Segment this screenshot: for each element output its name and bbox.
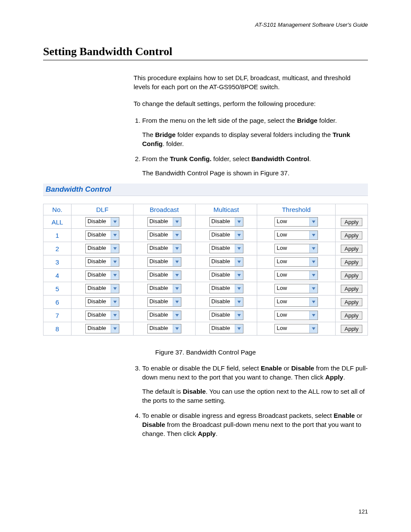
apply-button[interactable]: Apply — [341, 298, 363, 306]
svg-marker-30 — [237, 314, 241, 317]
apply-button[interactable]: Apply — [341, 285, 363, 293]
dropdown[interactable]: Low — [274, 230, 318, 240]
cell-threshold: Low — [257, 215, 336, 229]
cell-broadcast: Disable — [133, 215, 195, 229]
cell-apply: Apply — [336, 255, 368, 269]
panel-title: Bandwidth Control — [43, 184, 368, 196]
chevron-down-icon — [173, 284, 181, 293]
step3-pre: To enable or disable the DLF field, sele… — [142, 364, 261, 372]
apply-button[interactable]: Apply — [341, 271, 363, 280]
step1-sub-pre: The — [142, 131, 155, 138]
step4-mid1: or — [355, 412, 363, 419]
dropdown[interactable]: Disable — [85, 271, 119, 280]
dropdown-value: Low — [275, 298, 309, 306]
apply-button[interactable]: Apply — [341, 325, 363, 333]
dropdown-value: Disable — [148, 311, 173, 320]
cell-multicast: Disable — [195, 296, 257, 309]
row-no: 5 — [44, 282, 72, 296]
svg-marker-6 — [237, 234, 241, 236]
chevron-down-icon — [173, 218, 181, 226]
dropdown[interactable]: Disable — [209, 217, 243, 227]
dropdown-value: Disable — [86, 258, 111, 266]
cell-apply: Apply — [336, 282, 368, 296]
dropdown[interactable]: Disable — [147, 297, 181, 307]
dropdown[interactable]: Disable — [85, 324, 119, 333]
dropdown[interactable]: Disable — [147, 271, 181, 280]
apply-button[interactable]: Apply — [341, 231, 363, 240]
svg-marker-26 — [237, 301, 241, 303]
dropdown[interactable]: Disable — [147, 217, 181, 227]
dropdown[interactable]: Disable — [209, 324, 243, 333]
dropdown[interactable]: Disable — [147, 257, 181, 267]
step3-bold1: Enable — [261, 364, 282, 372]
dropdown-value: Disable — [148, 298, 173, 306]
dropdown[interactable]: Disable — [209, 244, 243, 253]
table-row: 8DisableDisableDisableLowApply — [44, 322, 368, 336]
svg-marker-25 — [175, 301, 179, 303]
table-row: 4DisableDisableDisableLowApply — [44, 269, 368, 282]
step3-bold3: Apply — [325, 373, 343, 381]
dropdown[interactable]: Disable — [209, 284, 243, 293]
chevron-down-icon — [309, 244, 318, 253]
dropdown[interactable]: Low — [274, 257, 318, 267]
dropdown[interactable]: Disable — [85, 217, 119, 227]
dropdown[interactable]: Disable — [85, 297, 119, 307]
step1-sub-post: . folder. — [162, 140, 184, 147]
dropdown[interactable]: Disable — [209, 297, 243, 307]
dropdown[interactable]: Disable — [209, 257, 243, 267]
dropdown[interactable]: Disable — [85, 284, 119, 293]
chevron-down-icon — [309, 284, 318, 293]
apply-button[interactable]: Apply — [341, 218, 363, 226]
dropdown[interactable]: Disable — [209, 311, 243, 320]
row-no: 3 — [44, 255, 72, 269]
svg-marker-11 — [312, 247, 315, 250]
cell-broadcast: Disable — [133, 322, 195, 336]
dropdown[interactable]: Low — [274, 297, 318, 307]
dropdown[interactable]: Disable — [147, 324, 181, 333]
apply-button[interactable]: Apply — [341, 311, 363, 320]
apply-button[interactable]: Apply — [341, 258, 363, 266]
step-2: From the Trunk Config. folder, select Ba… — [142, 154, 368, 177]
apply-button[interactable]: Apply — [341, 245, 363, 253]
dropdown[interactable]: Low — [274, 311, 318, 320]
step3-bold2: Disable — [291, 364, 314, 372]
dropdown-value: Disable — [86, 311, 111, 320]
dropdown[interactable]: Disable — [85, 244, 119, 253]
dropdown-value: Low — [275, 218, 309, 226]
dropdown[interactable]: Disable — [147, 230, 181, 240]
chevron-down-icon — [235, 284, 243, 293]
dropdown-value: Low — [275, 258, 309, 266]
chevron-down-icon — [111, 298, 119, 306]
dropdown-value: Disable — [148, 218, 173, 226]
step1-bold-bridge: Bridge — [297, 117, 318, 124]
table-row: 1DisableDisableDisableLowApply — [44, 229, 368, 242]
dropdown[interactable]: Low — [274, 244, 318, 253]
svg-marker-33 — [175, 327, 179, 330]
dropdown[interactable]: Disable — [147, 311, 181, 320]
step3-sub-pre: The default is — [142, 388, 183, 395]
dropdown[interactable]: Low — [274, 217, 318, 227]
dropdown[interactable]: Disable — [85, 230, 119, 240]
dropdown[interactable]: Disable — [147, 284, 181, 293]
dropdown[interactable]: Low — [274, 324, 318, 333]
dropdown[interactable]: Disable — [85, 311, 119, 320]
chevron-down-icon — [173, 258, 181, 266]
dropdown[interactable]: Low — [274, 284, 318, 293]
dropdown[interactable]: Disable — [209, 271, 243, 280]
figure-caption: Figure 37. Bandwidth Control Page — [43, 348, 368, 356]
step2-mid: folder, select — [212, 155, 252, 162]
cell-multicast: Disable — [195, 242, 257, 255]
dropdown[interactable]: Low — [274, 271, 318, 280]
dropdown[interactable]: Disable — [85, 257, 119, 267]
svg-marker-32 — [113, 327, 117, 330]
dropdown-value: Low — [275, 271, 309, 280]
step2-bold1: Trunk Config. — [170, 155, 212, 162]
dropdown[interactable]: Disable — [209, 230, 243, 240]
chevron-down-icon — [235, 218, 243, 226]
chevron-down-icon — [173, 231, 181, 240]
dropdown[interactable]: Disable — [147, 244, 181, 253]
intro-paragraph-2: To change the default settings, perform … — [134, 99, 368, 108]
cell-threshold: Low — [257, 242, 336, 255]
dropdown-value: Disable — [86, 244, 111, 253]
cell-apply: Apply — [336, 269, 368, 282]
